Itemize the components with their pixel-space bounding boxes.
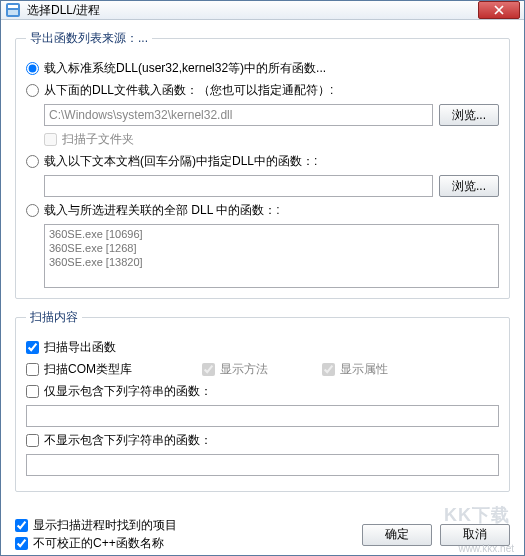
option-process-row: 载入与所选进程关联的全部 DLL 中的函数：: xyxy=(26,202,499,219)
checkbox-scan-export[interactable] xyxy=(26,341,39,354)
checkbox-only-show-label: 仅显示包含下列字符串的函数： xyxy=(44,383,212,400)
checkbox-show-found-label: 显示扫描进程时找到的项目 xyxy=(33,517,177,534)
dialog-window: 选择DLL/进程 导出函数列表来源：... 载入标准系统DLL(user32,k… xyxy=(0,0,525,556)
checkbox-not-show[interactable] xyxy=(26,434,39,447)
dll-path-row: 浏览... xyxy=(44,104,499,126)
svg-rect-2 xyxy=(8,10,18,15)
radio-text-file-label: 载入以下文本文档(回车分隔)中指定DLL中的函数：: xyxy=(44,153,317,170)
checkbox-scan-com[interactable] xyxy=(26,363,39,376)
close-button[interactable] xyxy=(478,1,520,19)
checkbox-scan-export-label: 扫描导出函数 xyxy=(44,339,116,356)
browse-dll-button[interactable]: 浏览... xyxy=(439,104,499,126)
checkbox-scan-subfolder-label: 扫描子文件夹 xyxy=(62,131,134,148)
scan-subfolder-row: 扫描子文件夹 xyxy=(44,131,499,148)
checkbox-scan-com-label: 扫描COM类型库 xyxy=(44,361,132,378)
only-show-input[interactable] xyxy=(26,405,499,427)
checkbox-show-found[interactable] xyxy=(15,519,28,532)
radio-file-dll-label: 从下面的DLL文件载入函数：（您也可以指定通配符）: xyxy=(44,82,333,99)
process-list-container: 360SE.exe [10696] 360SE.exe [1268] 360SE… xyxy=(44,224,499,288)
list-item[interactable]: 360SE.exe [10696] xyxy=(49,227,494,241)
source-legend: 导出函数列表来源：... xyxy=(26,30,152,47)
radio-process[interactable] xyxy=(26,204,39,217)
dll-path-input[interactable] xyxy=(44,104,433,126)
option-text-file-row: 载入以下文本文档(回车分隔)中指定DLL中的函数：: xyxy=(26,153,499,170)
scan-export-row: 扫描导出函数 xyxy=(26,339,499,356)
not-show-input-row xyxy=(26,454,499,476)
show-found-row: 显示扫描进程时找到的项目 xyxy=(15,517,177,534)
scan-content-legend: 扫描内容 xyxy=(26,309,82,326)
checkbox-only-show[interactable] xyxy=(26,385,39,398)
radio-process-label: 载入与所选进程关联的全部 DLL 中的函数：: xyxy=(44,202,280,219)
browse-text-button[interactable]: 浏览... xyxy=(439,175,499,197)
option-file-dll-row: 从下面的DLL文件载入函数：（您也可以指定通配符）: xyxy=(26,82,499,99)
scan-content-group: 扫描内容 扫描导出函数 扫描COM类型库 显示方法 显示属性 仅显示包含下列字符… xyxy=(15,309,510,492)
checkbox-no-fix-label: 不可校正的C++函数名称 xyxy=(33,535,164,552)
app-icon xyxy=(5,2,21,18)
close-icon xyxy=(494,5,504,15)
checkbox-show-method[interactable] xyxy=(202,363,215,376)
checkbox-show-prop[interactable] xyxy=(322,363,335,376)
dialog-body: 导出函数列表来源：... 载入标准系统DLL(user32,kernel32等)… xyxy=(1,20,524,510)
only-show-input-row xyxy=(26,405,499,427)
radio-standard-dll[interactable] xyxy=(26,62,39,75)
not-show-row: 不显示包含下列字符串的函数： xyxy=(26,432,499,449)
radio-standard-dll-label: 载入标准系统DLL(user32,kernel32等)中的所有函数... xyxy=(44,60,326,77)
footer-checks: 显示扫描进程时找到的项目 不可校正的C++函数名称 xyxy=(15,516,177,553)
ok-button[interactable]: 确定 xyxy=(362,524,432,546)
checkbox-no-fix[interactable] xyxy=(15,537,28,550)
bottom-bar: 显示扫描进程时找到的项目 不可校正的C++函数名称 确定 取消 xyxy=(1,510,524,556)
checkbox-not-show-label: 不显示包含下列字符串的函数： xyxy=(44,432,212,449)
checkbox-show-method-label: 显示方法 xyxy=(220,361,268,378)
list-item[interactable]: 360SE.exe [1268] xyxy=(49,241,494,255)
titlebar: 选择DLL/进程 xyxy=(1,1,524,20)
radio-text-file[interactable] xyxy=(26,155,39,168)
checkbox-show-prop-label: 显示属性 xyxy=(340,361,388,378)
window-title: 选择DLL/进程 xyxy=(27,2,478,19)
source-group: 导出函数列表来源：... 载入标准系统DLL(user32,kernel32等)… xyxy=(15,30,510,299)
list-item[interactable]: 360SE.exe [13820] xyxy=(49,255,494,269)
only-show-row: 仅显示包含下列字符串的函数： xyxy=(26,383,499,400)
cancel-button[interactable]: 取消 xyxy=(440,524,510,546)
no-fix-row: 不可校正的C++函数名称 xyxy=(15,535,177,552)
process-listbox[interactable]: 360SE.exe [10696] 360SE.exe [1268] 360SE… xyxy=(44,224,499,288)
not-show-input[interactable] xyxy=(26,454,499,476)
svg-rect-1 xyxy=(8,5,18,8)
text-file-path-input[interactable] xyxy=(44,175,433,197)
scan-com-row: 扫描COM类型库 显示方法 显示属性 xyxy=(26,361,499,378)
radio-file-dll[interactable] xyxy=(26,84,39,97)
checkbox-scan-subfolder[interactable] xyxy=(44,133,57,146)
text-file-path-row: 浏览... xyxy=(44,175,499,197)
option-standard-dll-row: 载入标准系统DLL(user32,kernel32等)中的所有函数... xyxy=(26,60,499,77)
